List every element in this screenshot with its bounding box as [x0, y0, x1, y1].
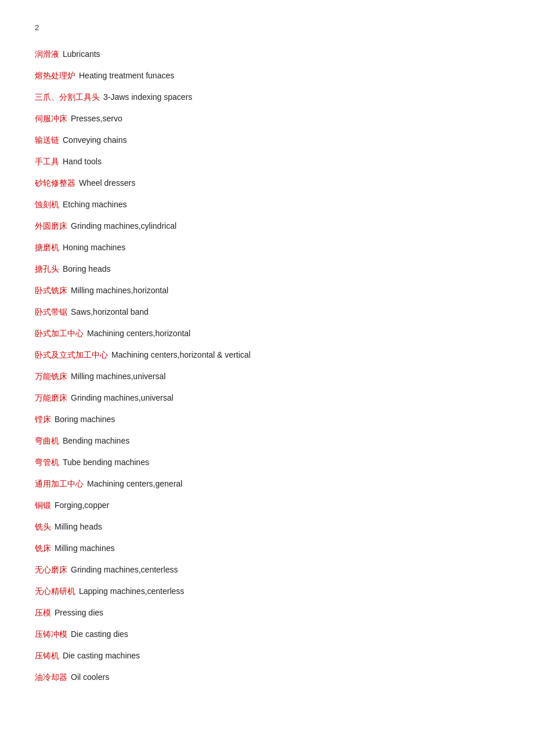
chinese-text: 无心磨床: [35, 564, 67, 576]
english-text: Honing machines: [63, 242, 125, 254]
list-item: 卧式带锯Saws,horizontal band: [35, 306, 499, 318]
chinese-text: 蚀刻机: [35, 199, 59, 211]
english-text: Tube bending machines: [63, 456, 149, 469]
page-number: 2: [35, 23, 499, 32]
english-text: Saws,horizontal band: [71, 306, 149, 318]
list-item: 蚀刻机Etching machines: [35, 199, 499, 211]
english-text: Etching machines: [63, 199, 127, 211]
english-text: Milling machines,universal: [71, 370, 165, 383]
chinese-text: 压铸机: [35, 650, 59, 662]
chinese-text: 卧式铣床: [35, 285, 67, 297]
list-item: 铣头Milling heads: [35, 521, 499, 533]
chinese-text: 三爪、分割工具头: [35, 91, 100, 103]
list-item: 伺服冲床Presses,servo: [35, 113, 499, 125]
english-text: Die casting machines: [63, 650, 140, 662]
chinese-text: 砂轮修整器: [35, 177, 75, 189]
list-item: 弯曲机Bending machines: [35, 435, 499, 447]
chinese-text: 搪磨机: [35, 242, 59, 254]
list-item: 砂轮修整器Wheel dressers: [35, 177, 499, 189]
english-text: Milling machines: [55, 542, 114, 555]
english-text: Pressing dies: [55, 607, 103, 619]
english-text: Lubricants: [63, 48, 100, 60]
english-text: Heating treatment funaces: [79, 70, 174, 82]
chinese-text: 弯曲机: [35, 435, 59, 447]
list-item: 万能铣床Milling machines,universal: [35, 370, 499, 383]
english-text: 3-Jaws indexing spacers: [103, 91, 192, 103]
list-item: 弯管机Tube bending machines: [35, 456, 499, 469]
chinese-text: 手工具: [35, 156, 59, 168]
chinese-text: 卧式及立式加工中心: [35, 349, 108, 361]
list-item: 卧式加工中心Machining centers,horizontal: [35, 327, 499, 340]
english-text: Machining centers,horizontal: [87, 327, 190, 340]
english-text: Die casting dies: [71, 628, 128, 640]
list-item: 三爪、分割工具头3-Jaws indexing spacers: [35, 91, 499, 103]
list-item: 输送链Conveying chains: [35, 134, 499, 146]
list-item: 压铸机Die casting machines: [35, 650, 499, 662]
chinese-text: 镗床: [35, 413, 51, 426]
list-item: 铣床Milling machines: [35, 542, 499, 555]
chinese-text: 通用加工中心: [35, 478, 84, 490]
english-text: Milling heads: [55, 521, 102, 533]
english-text: Machining centers,general: [87, 478, 182, 490]
list-item: 卧式及立式加工中心Machining centers,horizontal & …: [35, 349, 499, 361]
chinese-text: 铣床: [35, 542, 51, 555]
chinese-text: 输送链: [35, 134, 59, 146]
chinese-text: 无心精研机: [35, 585, 75, 597]
chinese-text: 润滑液: [35, 48, 59, 60]
chinese-text: 万能磨床: [35, 392, 67, 404]
list-item: 手工具Hand tools: [35, 156, 499, 168]
list-item: 万能磨床Grinding machines,universal: [35, 392, 499, 404]
chinese-text: 熔热处理炉: [35, 70, 75, 82]
english-text: Grinding machines,cylindrical: [71, 220, 176, 232]
english-text: Forging,copper: [55, 499, 109, 512]
chinese-text: 铜锻: [35, 499, 51, 512]
chinese-text: 外圆磨床: [35, 220, 67, 232]
list-item: 无心磨床Grinding machines,centerless: [35, 564, 499, 576]
english-text: Grinding machines,centerless: [71, 564, 178, 576]
chinese-text: 卧式加工中心: [35, 327, 84, 340]
list-item: 润滑液Lubricants: [35, 48, 499, 60]
list-item: 通用加工中心Machining centers,general: [35, 478, 499, 490]
list-item: 镗床Boring machines: [35, 413, 499, 426]
english-text: Oil coolers: [71, 671, 109, 683]
english-text: Grinding machines,universal: [71, 392, 174, 404]
items-list: 润滑液Lubricants熔热处理炉Heating treatment funa…: [35, 48, 499, 683]
english-text: Boring heads: [63, 263, 111, 275]
chinese-text: 油冷却器: [35, 671, 67, 683]
english-text: Machining centers,horizontal & vertical: [111, 349, 251, 361]
chinese-text: 万能铣床: [35, 370, 67, 383]
list-item: 压模Pressing dies: [35, 607, 499, 619]
chinese-text: 伺服冲床: [35, 113, 67, 125]
list-item: 压铸冲模Die casting dies: [35, 628, 499, 640]
list-item: 油冷却器Oil coolers: [35, 671, 499, 683]
list-item: 搪磨机Honing machines: [35, 242, 499, 254]
english-text: Bending machines: [63, 435, 129, 447]
list-item: 铜锻Forging,copper: [35, 499, 499, 512]
english-text: Boring machines: [55, 413, 115, 426]
list-item: 卧式铣床Milling machines,horizontal: [35, 285, 499, 297]
chinese-text: 铣头: [35, 521, 51, 533]
list-item: 外圆磨床Grinding machines,cylindrical: [35, 220, 499, 232]
english-text: Milling machines,horizontal: [71, 285, 168, 297]
chinese-text: 压模: [35, 607, 51, 619]
chinese-text: 弯管机: [35, 456, 59, 469]
list-item: 搪孔头Boring heads: [35, 263, 499, 275]
english-text: Hand tools: [63, 156, 102, 168]
chinese-text: 搪孔头: [35, 263, 59, 275]
chinese-text: 压铸冲模: [35, 628, 67, 640]
english-text: Presses,servo: [71, 113, 122, 125]
list-item: 无心精研机Lapping machines,centerless: [35, 585, 499, 597]
english-text: Lapping machines,centerless: [79, 585, 184, 597]
list-item: 熔热处理炉Heating treatment funaces: [35, 70, 499, 82]
english-text: Wheel dressers: [79, 177, 135, 189]
chinese-text: 卧式带锯: [35, 306, 67, 318]
english-text: Conveying chains: [63, 134, 127, 146]
